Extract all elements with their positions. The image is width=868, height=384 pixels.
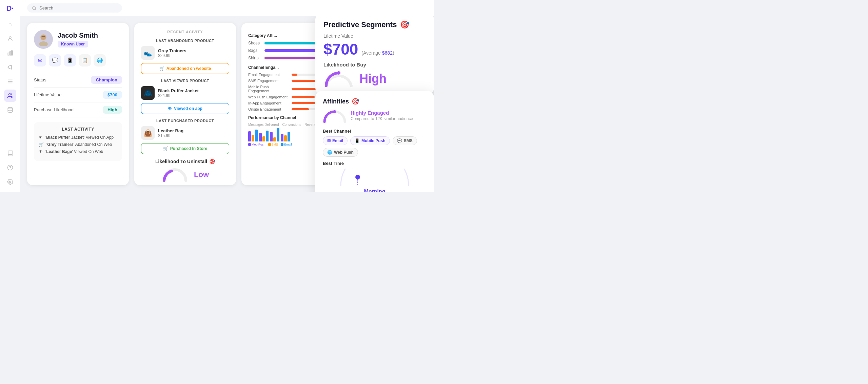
lifetime-value-badge: $700 <box>103 91 122 99</box>
sidebar-chart[interactable] <box>4 47 16 59</box>
sidebar-home[interactable]: ⌂ <box>4 18 16 31</box>
last-activity-title: LAST ACTIVITY <box>39 127 117 132</box>
bar-mobile-push-2 <box>259 133 262 141</box>
bags-label: Bags <box>248 48 262 53</box>
perf-conversions-label: Conversions <box>282 123 301 127</box>
svg-point-13 <box>33 6 36 9</box>
time-gauge-svg <box>337 169 412 187</box>
email-channel-icon[interactable]: ✉ <box>34 54 46 66</box>
abandoned-label: LAST ABANDONED PRODUCT <box>141 39 229 43</box>
sidebar-settings[interactable] <box>4 176 16 188</box>
cart-icon: 🛒 <box>39 142 44 147</box>
sidebar-database[interactable] <box>4 104 16 116</box>
sidebar-help[interactable] <box>4 161 16 174</box>
viewed-product-section: LAST VIEWED PRODUCT 🧥 Black Puffer Jacke… <box>141 79 229 114</box>
chat-channel-icon[interactable]: 💬 <box>49 54 61 66</box>
best-time-gauge: Morning <box>323 169 427 192</box>
activity-item-3: 👁 'Leather Bage' Viewed On Web <box>39 149 117 154</box>
known-user-badge: Known User <box>58 41 88 47</box>
likelihood-to-buy-label: Likelihood to Buy <box>323 62 426 68</box>
purchased-action-text: Purchased In Store <box>170 146 207 151</box>
abandoned-action-btn[interactable]: 🛒 Abandoned on website <box>141 63 229 74</box>
view-icon-1: 👁 <box>39 135 43 140</box>
ltv-row: $700 (Average $682) <box>323 40 426 58</box>
viewed-product-price: $24.99 <box>158 93 199 98</box>
lifetime-value-row: Lifetime Value $700 <box>34 88 122 102</box>
last-activity-section: LAST ACTIVITY 👁 'Black Puffer Jacket' Vi… <box>34 122 122 161</box>
avatar <box>34 30 53 49</box>
magic-icon: 🎯 <box>400 20 409 29</box>
svg-point-17 <box>41 35 46 40</box>
ltv-average: (Average $682) <box>361 50 394 56</box>
lifetime-value-subtitle: Lifetime Value <box>323 33 426 39</box>
mobile-push-channel-tag[interactable]: 📱 Mobile Push <box>350 136 390 145</box>
sms-channel-tag[interactable]: 💬 SMS <box>393 136 417 145</box>
uninstall-section: Likelihood To Uninstall 🎯 Low <box>141 159 229 182</box>
bar-mobile-push-4 <box>281 134 283 141</box>
uninstall-title: Likelihood To Uninstall 🎯 <box>141 159 229 164</box>
purchased-product-thumb: 👜 <box>141 126 155 140</box>
bar-email-4 <box>288 132 290 141</box>
abandoned-product-price: $29.99 <box>158 53 186 58</box>
abandoned-product-row: 👟 Grey Trainers $29.99 <box>141 46 229 60</box>
channel-icons: ✉ 💬 📱 📋 🌐 <box>34 54 122 66</box>
svg-rect-18 <box>41 36 45 37</box>
svg-rect-2 <box>9 52 11 55</box>
web-channel-icon[interactable]: 🌐 <box>94 54 106 66</box>
bar-sms-4 <box>284 135 287 141</box>
abandoned-product-section: LAST ABANDONED PRODUCT 👟 Grey Trainers $… <box>141 39 229 74</box>
viewed-product-row: 🧥 Black Puffer Jacket $24.99 <box>141 86 229 100</box>
profile-name: Jacob Smith <box>58 32 98 39</box>
lifetime-value-amount: $700 <box>323 40 358 58</box>
svg-point-12 <box>9 181 11 183</box>
sidebar-megaphone[interactable] <box>4 61 16 73</box>
search-input[interactable] <box>39 5 114 11</box>
purchase-likelihood-row: Purchase Likelihood High <box>34 102 122 117</box>
abandoned-product-thumb: 👟 <box>141 46 155 60</box>
svg-point-0 <box>9 37 11 39</box>
activity-item-2: 🛒 'Grey Trainers' Abandoned On Web <box>39 142 117 147</box>
email-tag-label: Email <box>332 138 343 143</box>
affinities-engaged-section: Highly Engaged Compared to 12K similar a… <box>323 110 427 125</box>
sidebar-people[interactable] <box>4 90 16 102</box>
emoji-icon: 🎯 <box>209 159 215 164</box>
web-push-eng-label: Web Push Engagement <box>248 95 289 99</box>
viewed-label: LAST VIEWED PRODUCT <box>141 79 229 83</box>
app-logo: D· <box>6 4 14 13</box>
purchased-action-btn[interactable]: 🛒 Purchased In Store <box>141 143 229 154</box>
whatsapp-channel-icon[interactable]: 📱 <box>64 54 76 66</box>
status-row: Status Champion <box>34 73 122 88</box>
likelihood-value: High <box>359 72 387 86</box>
uninstall-gauge-svg <box>161 167 189 182</box>
purchased-product-price: $15.99 <box>158 133 183 138</box>
svg-rect-3 <box>11 51 12 55</box>
affinities-card: Affinities 🎯 Highly Engaged Compared to … <box>315 91 434 192</box>
sidebar: D· ⌂ <box>0 0 20 192</box>
svg-point-19 <box>337 71 340 75</box>
main-area: Jacob Smith Known User ✉ 💬 📱 📋 🌐 Status … <box>20 0 434 192</box>
abandoned-action-text: Abandoned on website <box>166 66 211 71</box>
search-box[interactable] <box>27 3 122 13</box>
sidebar-book[interactable] <box>4 147 16 159</box>
content-area: Jacob Smith Known User ✉ 💬 📱 📋 🌐 Status … <box>20 16 434 192</box>
purchased-product-name: Leather Bag <box>158 128 183 133</box>
svg-point-16 <box>39 41 48 46</box>
eye-icon-btn: 👁 <box>168 106 172 111</box>
viewed-action-btn[interactable]: 👁 Viewed on app <box>141 103 229 114</box>
bar-email-3 <box>277 128 279 141</box>
sms-tag-icon: 💬 <box>397 138 402 143</box>
sms-channel-icon[interactable]: 📋 <box>79 54 91 66</box>
viewed-action-text: Viewed on app <box>174 106 202 111</box>
svg-point-9 <box>8 108 13 109</box>
view-icon-2: 👁 <box>39 149 43 154</box>
recent-activity-title: RECENT ACIVITY <box>141 30 229 34</box>
email-channel-tag[interactable]: ✉ Email <box>323 136 348 145</box>
bar-group-4 <box>281 132 290 141</box>
sidebar-list[interactable] <box>4 75 16 88</box>
web-push-channel-tag[interactable]: 🌐 Web Push <box>323 148 358 157</box>
likelihood-gauge-svg <box>323 70 354 87</box>
recent-activity-card: RECENT ACIVITY LAST ABANDONED PRODUCT 👟 … <box>134 23 236 185</box>
lifetime-value-label: Lifetime Value <box>34 92 61 97</box>
sidebar-users[interactable] <box>4 33 16 45</box>
purchase-likelihood-label: Purchase Likelihood <box>34 107 74 112</box>
